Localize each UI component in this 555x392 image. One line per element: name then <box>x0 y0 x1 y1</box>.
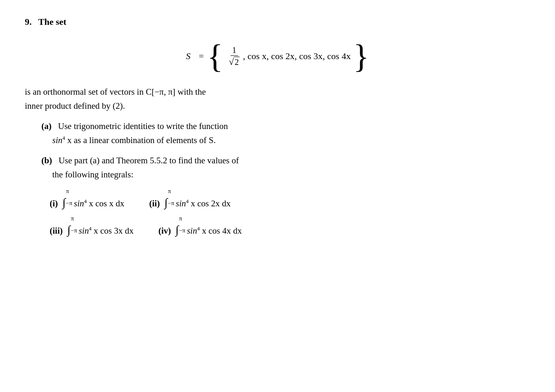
set-variable: S <box>186 51 190 62</box>
part-a: (a) Use trigonometric identities to writ… <box>41 120 530 147</box>
sub-ii-label: (ii) <box>149 196 160 212</box>
sin-i: sin <box>74 198 84 208</box>
integral-iii: (iii) ∫ π −π sin4 x cos 3x dx <box>50 213 134 239</box>
problem-number: 9. The set <box>25 17 66 27</box>
problem-title: The set <box>38 17 67 27</box>
part-b-label: (b) <box>41 155 52 165</box>
sin-ii: sin <box>176 198 186 208</box>
part-b-text: Use part (a) and Theorem 5.5.2 to find t… <box>58 155 239 165</box>
integral-iv-integrand: sin4 x cos 4x dx <box>187 223 242 239</box>
problem-header: 9. The set <box>25 17 530 27</box>
integral-ii-limits: π −π <box>168 186 174 208</box>
sub-part-row-2: (iii) ∫ π −π sin4 x cos 3x dx (iv) ∫ <box>50 213 530 239</box>
sub-iv-label: (iv) <box>159 223 171 239</box>
fraction-denominator: √2 <box>227 56 241 67</box>
integral-ii: (ii) ∫ π −π sin4 x cos 2x dx <box>149 186 231 212</box>
right-brace: } <box>353 40 369 73</box>
description: is an orthonormal set of vectors in C[−π… <box>25 85 501 113</box>
integral-iii-sign: ∫ <box>67 224 71 236</box>
integral-iv-sign: ∫ <box>175 224 179 236</box>
integral-i-sign-wrap: ∫ π −π <box>62 186 73 208</box>
sqrt-content: 2 <box>234 57 240 67</box>
set-content: 1 √2 , cos x, cos 2x, cos 3x, cos 4x <box>226 45 351 67</box>
integral-iii-integrand: sin4 x cos 3x dx <box>79 223 134 239</box>
integral-iii-limits: π −π <box>71 213 77 236</box>
sqrt-wrapper: √2 <box>229 57 240 67</box>
integral-i-limits: π −π <box>66 186 72 208</box>
integral-i-sign: ∫ <box>62 197 66 208</box>
part-b: (b) Use part (a) and Theorem 5.5.2 to fi… <box>41 154 530 239</box>
sqrt-symbol: √ <box>229 57 234 67</box>
sin-label-a: sin <box>52 135 62 145</box>
power-4-a: 4 <box>62 135 65 141</box>
set-remaining-elements: , cos x, cos 2x, cos 3x, cos 4x <box>243 51 351 62</box>
desc-text-2: inner product defined by (2). <box>25 101 125 111</box>
integral-ii-integrand: sin4 x cos 2x dx <box>176 196 231 212</box>
integral-i-lower: −π <box>66 198 72 208</box>
power-4-ii: 4 <box>186 198 189 204</box>
sub-iii-label: (iii) <box>50 223 63 239</box>
part-a-text2: sin4 x as a linear combination of elemen… <box>52 135 216 145</box>
part-a-text3: x as a linear combination of elements of… <box>67 135 216 145</box>
desc-line1: is an orthonormal set of vectors in C[−π… <box>25 85 501 99</box>
integral-ii-upper: π <box>168 186 174 196</box>
integral-iii-upper: π <box>71 213 77 224</box>
number-label: 9. <box>25 17 32 27</box>
sin-iii: sin <box>79 226 89 236</box>
desc-line2: inner product defined by (2). <box>25 99 501 113</box>
left-brace: { <box>207 40 223 73</box>
sub-parts-row-1: (i) ∫ π −π sin4 x cos x dx (ii) ∫ <box>50 186 530 239</box>
power-4-iii: 4 <box>89 225 92 232</box>
part-a-label: (a) <box>41 121 52 131</box>
integral-iv-sign-wrap: ∫ π −π <box>175 213 186 236</box>
integral-i-integrand: sin4 x cos x dx <box>74 196 124 212</box>
set-equation: S = { 1 √2 , cos x, cos 2x, cos 3x, cos … <box>25 40 530 73</box>
integral-ii-sign: ∫ <box>164 197 168 208</box>
integral-i-upper: π <box>66 186 72 196</box>
desc-text-1: is an orthonormal set of vectors in C[−π… <box>25 87 206 97</box>
integral-ii-lower: −π <box>168 198 174 208</box>
integral-ii-sign-wrap: ∫ π −π <box>164 186 175 208</box>
sin-iv: sin <box>187 226 197 236</box>
integral-ii-rest: x cos 2x dx <box>191 198 231 208</box>
fraction-1-sqrt2: 1 √2 <box>227 45 241 67</box>
integral-i: (i) ∫ π −π sin4 x cos x dx <box>50 186 124 212</box>
integral-iv-lower: −π <box>179 225 185 236</box>
integral-iii-lower: −π <box>71 225 77 236</box>
integral-iv-limits: π −π <box>179 213 185 236</box>
sub-i-label: (i) <box>50 196 58 212</box>
power-4-i: 4 <box>84 198 87 204</box>
integral-iii-sign-wrap: ∫ π −π <box>67 213 78 236</box>
part-a-text: Use trigonometric identities to write th… <box>58 121 228 131</box>
integral-iv: (iv) ∫ π −π sin4 x cos 4x dx <box>159 213 242 239</box>
equals-sign: = <box>199 51 204 62</box>
part-b-text2: the following integrals: <box>52 170 133 179</box>
integral-iii-rest: x cos 3x dx <box>94 226 133 236</box>
sub-part-row-1: (i) ∫ π −π sin4 x cos x dx (ii) ∫ <box>50 186 530 212</box>
integral-i-rest: x cos x dx <box>89 198 125 208</box>
integral-iv-upper: π <box>179 213 185 224</box>
power-4-iv: 4 <box>197 225 200 232</box>
integral-iv-rest: x cos 4x dx <box>202 226 242 236</box>
fraction-numerator: 1 <box>231 45 238 56</box>
